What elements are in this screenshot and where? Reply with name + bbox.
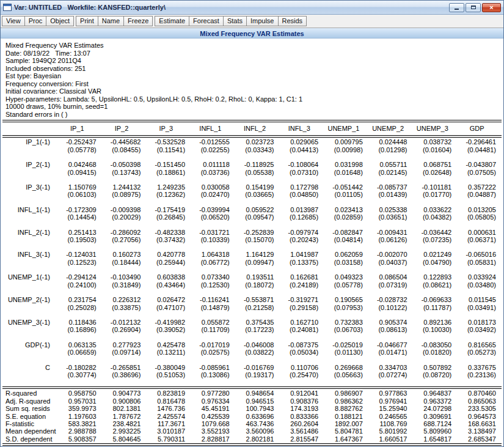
maximize-button[interactable] [466, 3, 481, 12]
se-cell: (0.02145) [368, 169, 413, 176]
stat-cell: 5.804645 [102, 435, 147, 443]
se-cell: (0.04481) [457, 146, 502, 153]
toolbar-group: PrintNameFreeze [76, 16, 152, 26]
coef-cell: -0.180282 [57, 364, 102, 371]
se-cell: (0.16896) [57, 326, 102, 333]
se-cell: (0.08613) [368, 326, 413, 333]
se-cell: (0.47107) [146, 304, 191, 311]
stat-label: Adj. R-squared [2, 397, 57, 405]
se-cell: (0.25028) [57, 304, 102, 311]
close-button[interactable]: × [482, 3, 501, 12]
stat-cell: 0.865063 [457, 397, 502, 405]
coef-cell: 0.063135 [57, 341, 102, 349]
coef-cell: -0.012555 [191, 138, 235, 146]
toolbar: ViewProcObjectPrintNameFreezeEstimateFor… [1, 15, 503, 28]
se-cell: (0.21258) [235, 304, 280, 311]
stat-cell: 3.010187 [146, 427, 191, 435]
coef-cell: 0.073340 [191, 273, 235, 281]
se-cell: (0.06703) [324, 326, 368, 333]
se-cell: (0.25944) [146, 259, 191, 266]
row-label-blank [2, 371, 57, 379]
row-label-blank [2, 259, 57, 266]
stat-cell: 688.7124 [413, 420, 458, 427]
se-cell: (0.05778) [57, 146, 102, 153]
se-cell: (0.01105) [324, 191, 368, 198]
se-cell: (0.01471) [368, 349, 413, 356]
coef-cell: 0.013987 [279, 206, 324, 213]
info-line: Sample: 1949Q2 2011Q4 [2, 57, 502, 65]
stat-cell: 0.816478 [146, 397, 191, 405]
se-cell: (0.10030) [413, 326, 458, 333]
estimation-info-block: Mixed Frequency VAR EstimatesDate: 08/19… [2, 42, 502, 118]
row-label: GDP(-1) [2, 341, 57, 349]
coef-cell: -0.265851 [102, 364, 147, 371]
coef-cell: 0.055872 [191, 319, 235, 326]
stat-cell: 0.246565 [368, 413, 413, 420]
coef-cell: 0.172798 [279, 183, 324, 191]
coef-cell: -0.103490 [102, 273, 147, 281]
coef-cell: 0.420778 [146, 251, 191, 258]
coef-cell: 0.154199 [235, 183, 280, 191]
toolbar-button-impulse[interactable]: Impulse [246, 16, 279, 26]
toolbar-button-stats[interactable]: Stats [223, 16, 247, 26]
toolbar-button-object[interactable]: Object [46, 16, 74, 26]
minimize-button[interactable] [449, 3, 464, 12]
stat-row: Adj. R-squared0.9570310.9008060.8164780.… [2, 397, 502, 405]
se-cell: (0.03480) [457, 281, 502, 289]
toolbar-button-estimate[interactable]: Estimate [155, 16, 189, 26]
row-label-blank [2, 326, 57, 333]
coef-cell: 0.357222 [457, 183, 502, 191]
titlebar[interactable]: Var: UNTITLED Workfile: KANSFED::quarter… [1, 1, 503, 15]
info-line: Est type: Bayesian [2, 72, 502, 80]
stat-cell: 2.425574 [146, 413, 191, 420]
coef-cell: 0.042468 [57, 161, 102, 168]
coef-cell: -0.025019 [324, 341, 368, 349]
se-cell: (0.07505) [457, 169, 502, 176]
toolbar-button-print[interactable]: Print [76, 16, 98, 26]
coef-cell: 0.062059 [324, 251, 368, 258]
toolbar-button-forecast[interactable]: Forecast [189, 16, 224, 26]
toolbar-button-view[interactable]: View [2, 16, 25, 26]
row-label: C [2, 364, 57, 371]
toolbar-group: EstimateForecastStatsImpulseResids [155, 16, 306, 26]
stat-cell: 0.977280 [191, 390, 235, 397]
stat-cell: 0.963372 [413, 397, 458, 405]
window-title: Var: UNTITLED Workfile: KANSFED::quarter… [14, 4, 449, 11]
row-label: UNEMP_2(-1) [2, 296, 57, 303]
stat-cell: 5.790311 [146, 435, 191, 443]
coef-cell: -0.252437 [57, 138, 102, 146]
coef-cell: -0.380049 [146, 364, 191, 371]
stat-row: R-squared0.9587500.9047730.8238190.97728… [2, 390, 502, 397]
coef-cell: -0.124031 [57, 251, 102, 258]
coef-cell: -0.175419 [146, 206, 191, 213]
double-rule [2, 443, 502, 446]
stat-cell: 2.993225 [102, 427, 147, 435]
coef-cell: -0.116241 [191, 296, 235, 303]
corner-cell [2, 123, 57, 135]
se-cell: (0.23136) [457, 371, 502, 379]
se-cell: (0.06520) [191, 213, 235, 221]
coef-cell: -0.097974 [279, 229, 324, 236]
row-label: INFL_2(-1) [2, 229, 57, 236]
toolbar-button-freeze[interactable]: Freeze [123, 16, 153, 26]
info-line: Frequency conversion: First [2, 80, 502, 88]
coef-cell: 0.603838 [146, 273, 191, 281]
se-cell: (0.01439) [368, 191, 413, 198]
stat-cell: 3.552193 [191, 427, 235, 435]
stat-cell: 45.45191 [191, 405, 235, 412]
se-cell: (0.17223) [235, 326, 280, 333]
stat-cell: 2.802181 [235, 435, 280, 443]
column-header: UNEMP_3 [413, 123, 458, 135]
se-cell: (0.11787) [413, 304, 458, 311]
se-cell: (0.15070) [235, 236, 280, 243]
coefficient-row: INFL_3(-1)-0.1240310.1602730.4207781.064… [2, 251, 502, 258]
coef-cell: -0.101181 [413, 183, 458, 191]
toolbar-button-name[interactable]: Name [98, 16, 124, 26]
stat-cell: 233.5305 [457, 405, 502, 412]
coef-cell: 1.249235 [146, 183, 191, 191]
coef-cell: -0.553871 [235, 296, 280, 303]
toolbar-button-proc[interactable]: Proc [24, 16, 47, 26]
coefficient-row: IP_3(-1)1.1507691.2441321.2492350.030058… [2, 183, 502, 191]
stat-row: Mean dependent2.9887882.9932253.0101873.… [2, 427, 502, 435]
toolbar-button-resids[interactable]: Resids [278, 16, 307, 26]
